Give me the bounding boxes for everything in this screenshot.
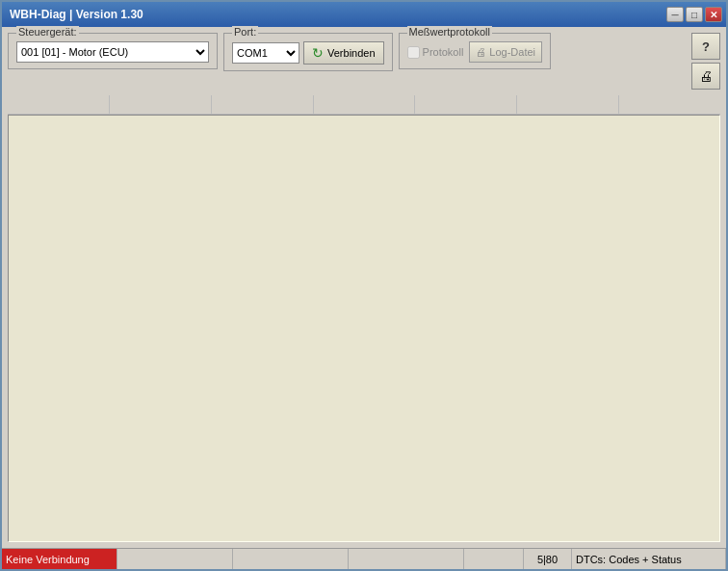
protokoll-text: Protokoll [423,46,464,58]
steuergeraet-label: Steuergerät: [16,26,79,38]
messwert-label: Meßwertprotokoll [407,26,492,38]
steuergeraet-content: 001 [01] - Motor (ECU) [16,41,209,63]
status-no-connection: Keine Verbindung [2,549,117,569]
port-select[interactable]: COM1 COM2 COM3 [232,42,299,64]
messwert-group: Meßwertprotokoll Protokoll 🖨 Log-Datei [399,33,552,69]
column-header-row [8,95,720,115]
col-sep-6 [517,95,619,114]
status-bar: Keine Verbindung 5|80 DTCs: Codes + Stat… [2,548,726,569]
steuergeraet-group: Steuergerät: 001 [01] - Motor (ECU) [8,33,218,69]
maximize-button[interactable]: □ [686,7,703,22]
protokoll-checkbox[interactable] [407,46,420,59]
help-button[interactable]: ? [691,33,720,60]
col-sep-2 [110,95,212,114]
log-datei-label: Log-Datei [489,46,535,58]
status-section-2 [117,549,233,569]
steuergeraet-select[interactable]: 001 [01] - Motor (ECU) [16,41,209,63]
port-label: Port: [232,26,258,38]
messwert-content: Protokoll 🖨 Log-Datei [407,41,543,63]
main-area [8,95,720,542]
minimize-button[interactable]: ─ [666,7,684,22]
print-icon: 🖨 [699,68,713,84]
main-window: WBH-Diag | Version 1.30 ─ □ ✕ Steuergerä… [0,0,728,571]
title-bar: WBH-Diag | Version 1.30 ─ □ ✕ [2,2,726,27]
help-icon: ? [702,39,710,54]
print-button[interactable]: 🖨 [691,63,720,90]
status-section-4 [349,549,464,569]
title-bar-controls: ─ □ ✕ [666,7,722,22]
col-sep-5 [415,95,517,114]
port-content: COM1 COM2 COM3 ↻ Verbinden [232,41,384,65]
protokoll-check-label: Protokoll [407,46,464,59]
col-sep-3 [212,95,314,114]
port-group: Port: COM1 COM2 COM3 ↻ Verbinden [223,33,393,71]
col-sep-4 [314,95,416,114]
window-body: Steuergerät: 001 [01] - Motor (ECU) Port… [2,27,726,548]
side-buttons: ? 🖨 [691,33,720,90]
status-dtc: DTCs: Codes + Status [572,549,726,569]
window-title: WBH-Diag | Version 1.30 [10,8,143,21]
col-sep-7 [619,95,720,114]
toolbar: Steuergerät: 001 [01] - Motor (ECU) Port… [8,33,720,90]
connect-button[interactable]: ↻ Verbinden [303,41,384,65]
data-panel [8,115,720,542]
log-datei-button[interactable]: 🖨 Log-Datei [469,41,542,63]
col-sep-1 [8,95,110,114]
status-section-3 [233,549,349,569]
connect-icon: ↻ [312,45,324,61]
connect-label: Verbinden [327,47,376,59]
status-counts: 5|80 [524,549,572,569]
close-button[interactable]: ✕ [705,7,722,22]
log-icon: 🖨 [476,46,486,58]
status-section-empty [464,549,524,569]
